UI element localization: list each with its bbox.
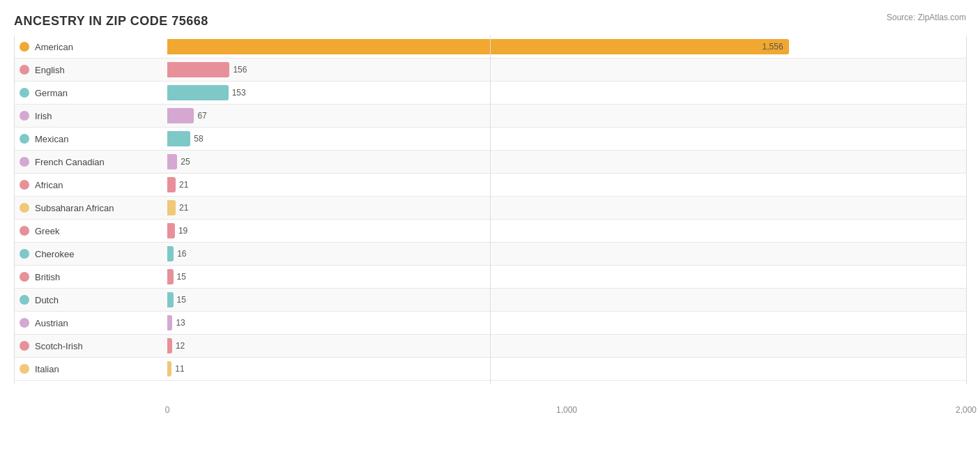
bar-dot	[20, 272, 29, 282]
bar-fill: 58	[167, 131, 190, 146]
bar-value-label: 13	[176, 318, 185, 328]
grid-line	[490, 36, 491, 384]
bar-label-cell: French Canadian	[14, 157, 167, 167]
bar-fill: 16	[167, 246, 174, 261]
bar-value-label: 153	[232, 88, 246, 98]
bar-cell: 25	[167, 154, 966, 169]
bar-fill: 153	[167, 85, 229, 100]
bar-label-cell: Irish	[14, 111, 167, 121]
bar-value-label: 67	[197, 111, 206, 121]
bar-label: Italian	[35, 364, 59, 374]
bar-value-label: 58	[194, 134, 203, 144]
bar-label-cell: Austrian	[14, 318, 167, 328]
chart-container: ANCESTRY IN ZIP CODE 75668 Source: ZipAt…	[0, 0, 980, 449]
bar-label: American	[35, 42, 73, 52]
x-tick-label: 1,000	[556, 405, 577, 415]
bar-dot	[20, 226, 29, 236]
bar-label-cell: British	[14, 272, 167, 282]
bar-value-label: 21	[179, 180, 188, 190]
bar-value-label: 12	[176, 341, 185, 351]
bar-cell: 12	[167, 338, 966, 353]
bar-dot	[20, 203, 29, 213]
bar-fill: 21	[167, 177, 176, 192]
bar-dot	[20, 134, 29, 144]
bar-value-label: 16	[177, 249, 186, 259]
bar-fill: 21	[167, 200, 176, 215]
bar-cell: 11	[167, 361, 966, 376]
bar-label-cell: German	[14, 88, 167, 98]
bar-dot	[20, 364, 29, 374]
bar-fill: 67	[167, 108, 194, 123]
bar-dot	[20, 157, 29, 167]
bar-cell: 15	[167, 269, 966, 284]
bar-value-label: 11	[175, 364, 184, 374]
bar-label-cell: Italian	[14, 364, 167, 374]
bar-cell: 15	[167, 292, 966, 307]
bar-label: African	[35, 180, 63, 190]
bar-cell: 21	[167, 177, 966, 192]
bar-label-cell: Subsaharan African	[14, 203, 167, 213]
bar-label: Mexican	[35, 134, 68, 144]
bar-label-cell: African	[14, 180, 167, 190]
bar-label-cell: English	[14, 65, 167, 75]
bar-fill: 1,556	[167, 39, 789, 54]
bar-label: Cherokee	[35, 249, 74, 259]
bar-dot	[20, 341, 29, 351]
grid-line	[14, 36, 15, 384]
bar-dot	[20, 65, 29, 75]
bar-value-label: 19	[178, 226, 187, 236]
bar-value-label: 15	[177, 272, 186, 282]
bar-label-cell: Scotch-Irish	[14, 341, 167, 351]
bar-cell: 156	[167, 62, 966, 77]
bar-dot	[20, 318, 29, 328]
bar-fill: 19	[167, 223, 175, 238]
bar-label: German	[35, 88, 68, 98]
bar-dot	[20, 295, 29, 305]
bar-value-label: 15	[177, 295, 186, 305]
bar-fill: 25	[167, 154, 177, 169]
chart-title: ANCESTRY IN ZIP CODE 75668	[14, 14, 966, 29]
bar-cell: 19	[167, 223, 966, 238]
bar-dot	[20, 88, 29, 98]
bar-dot	[20, 111, 29, 121]
x-tick-label: 0	[165, 405, 170, 415]
bar-label: Scotch-Irish	[35, 341, 83, 351]
bar-label-cell: Mexican	[14, 134, 167, 144]
x-axis: 01,0002,000	[167, 405, 966, 426]
grid-line	[966, 36, 967, 384]
chart-area: American1,556English156German153Irish67M…	[14, 36, 966, 426]
bar-label: Dutch	[35, 295, 59, 305]
bar-value-label: 25	[181, 157, 190, 167]
bar-label: British	[35, 272, 60, 282]
bar-cell: 67	[167, 108, 966, 123]
bar-label-cell: Cherokee	[14, 249, 167, 259]
bar-value-label: 21	[179, 203, 188, 213]
bar-fill: 12	[167, 338, 172, 353]
bar-fill: 13	[167, 315, 172, 330]
bars-section: American1,556English156German153Irish67M…	[14, 36, 966, 405]
bar-label: Subsaharan African	[35, 203, 114, 213]
bar-label: Irish	[35, 111, 52, 121]
bar-fill: 156	[167, 62, 229, 77]
bar-cell: 153	[167, 85, 966, 100]
bar-value-label: 156	[233, 65, 247, 75]
bar-fill: 11	[167, 361, 171, 376]
bar-dot	[20, 42, 29, 52]
bar-label: English	[35, 65, 65, 75]
bar-fill: 15	[167, 269, 174, 284]
bar-label-cell: American	[14, 42, 167, 52]
bar-cell: 58	[167, 131, 966, 146]
bar-cell: 16	[167, 246, 966, 261]
bar-dot	[20, 249, 29, 259]
bar-label-cell: Dutch	[14, 295, 167, 305]
x-tick-label: 2,000	[956, 405, 977, 415]
bar-label: Greek	[35, 226, 59, 236]
bar-fill: 15	[167, 292, 174, 307]
bar-cell: 1,556	[167, 39, 966, 54]
bar-label: French Canadian	[35, 157, 105, 167]
bar-value-label: 1,556	[763, 42, 783, 52]
source-label: Source: ZipAtlas.com	[887, 13, 966, 22]
bar-cell: 13	[167, 315, 966, 330]
bar-label: Austrian	[35, 318, 68, 328]
bar-cell: 21	[167, 200, 966, 215]
